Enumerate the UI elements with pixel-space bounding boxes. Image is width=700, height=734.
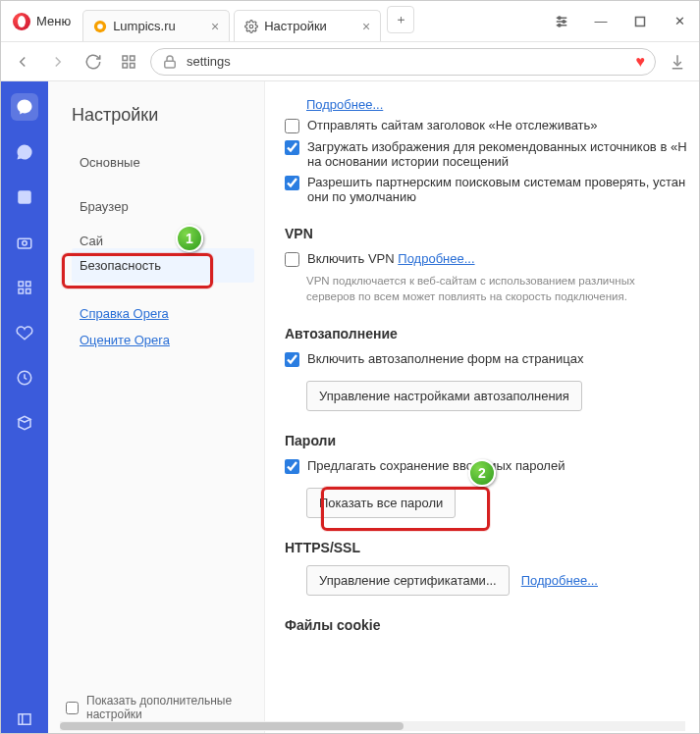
nav-forward-button[interactable] — [44, 48, 72, 76]
svg-rect-24 — [19, 714, 30, 725]
recommended-images-label: Загружать изображения для рекомендованны… — [307, 139, 695, 169]
window-controls: — ✕ — [542, 1, 699, 41]
address-bar[interactable]: ♥ — [150, 48, 656, 76]
easy-setup-icon[interactable] — [542, 1, 581, 42]
sidebar-link-rate[interactable]: Оцените Opera — [72, 327, 254, 353]
autofill-enable-checkbox[interactable] — [285, 352, 299, 367]
heart-icon[interactable]: ♥ — [636, 53, 646, 71]
svg-rect-21 — [19, 289, 24, 294]
vpn-more-link[interactable]: Подробнее... — [398, 251, 474, 266]
svg-point-1 — [97, 24, 103, 29]
tab-title: Lumpics.ru — [113, 19, 176, 33]
svg-rect-11 — [131, 56, 135, 61]
favicon-settings-icon — [244, 20, 258, 33]
cookies-heading: Файлы cookie — [285, 617, 695, 633]
autofill-manage-button[interactable]: Управление настройками автозаполнения — [306, 381, 582, 411]
manage-certs-button[interactable]: Управление сертификатами... — [306, 565, 510, 596]
privacy-more-link[interactable]: Подробнее... — [306, 97, 383, 112]
vpn-note: VPN подключается к веб-сайтам с использо… — [306, 273, 673, 304]
rail-snapshot-icon[interactable] — [11, 229, 38, 256]
autofill-heading: Автозаполнение — [285, 326, 695, 341]
advanced-settings-label: Показать дополнительные настройки — [86, 694, 254, 721]
rail-extensions-icon[interactable] — [11, 409, 38, 437]
recommended-images-checkbox[interactable] — [285, 140, 299, 155]
rail-collapse-icon[interactable] — [11, 706, 38, 733]
window-minimize-icon[interactable]: — — [581, 1, 620, 42]
svg-rect-9 — [636, 17, 645, 26]
svg-rect-14 — [165, 61, 176, 68]
show-all-passwords-button[interactable]: Показать все пароли — [306, 488, 456, 518]
advanced-settings-toggle[interactable]: Показать дополнительные настройки — [66, 694, 254, 721]
page-title: Настройки — [72, 105, 254, 126]
sidebar-rail — [1, 81, 48, 733]
rail-speeddial-icon[interactable] — [11, 274, 38, 301]
do-not-track-label: Отправлять сайтам заголовок «Не отслежив… — [307, 118, 598, 132]
svg-rect-19 — [19, 282, 24, 287]
svg-point-6 — [559, 17, 561, 19]
sidebar-item-basic[interactable]: Основные — [72, 145, 254, 180]
rail-messenger-icon[interactable] — [11, 93, 38, 121]
svg-rect-13 — [131, 63, 135, 68]
settings-sidebar: Настройки Основные Браузер Сай Безопасно… — [48, 81, 264, 733]
sidebar-link-help[interactable]: Справка Opera — [72, 300, 254, 327]
vpn-enable-label: Включить VPN — [307, 251, 395, 266]
svg-rect-10 — [123, 56, 128, 61]
tab-close-icon[interactable]: × — [362, 20, 370, 33]
svg-point-8 — [559, 24, 561, 26]
vpn-enable-checkbox[interactable] — [285, 252, 299, 267]
menu-label: Меню — [36, 14, 71, 28]
favicon-lumpics-icon — [93, 20, 107, 33]
tab-title: Настройки — [264, 19, 327, 33]
tab-strip: Lumpics.ru × Настройки × ＋ — [82, 1, 542, 41]
svg-point-7 — [563, 20, 565, 22]
svg-rect-12 — [123, 63, 128, 68]
tab-close-icon[interactable]: × — [211, 20, 219, 33]
window-close-icon[interactable]: ✕ — [660, 1, 699, 42]
svg-rect-17 — [18, 238, 31, 248]
horizontal-scrollbar[interactable] — [60, 721, 685, 731]
partner-search-checkbox[interactable] — [285, 176, 299, 190]
tab-lumpics[interactable]: Lumpics.ru × — [82, 10, 230, 41]
rail-whatsapp-icon[interactable] — [11, 138, 38, 166]
autofill-enable-label: Включить автозаполнение форм на страница… — [307, 351, 583, 366]
opera-logo-icon — [13, 13, 30, 30]
https-heading: HTTPS/SSL — [285, 540, 695, 555]
nav-reload-button[interactable] — [80, 48, 107, 76]
lock-icon — [161, 53, 179, 71]
menu-button[interactable]: Меню — [1, 1, 82, 41]
tab-settings[interactable]: Настройки × — [234, 10, 381, 41]
rail-vk-icon[interactable] — [11, 184, 38, 211]
passwords-heading: Пароли — [285, 433, 695, 448]
window-maximize-icon[interactable] — [620, 1, 660, 42]
address-input[interactable] — [187, 54, 628, 69]
rail-history-icon[interactable] — [11, 364, 38, 392]
svg-point-2 — [249, 25, 253, 28]
nav-back-button[interactable] — [9, 48, 36, 76]
rail-bookmarks-icon[interactable] — [11, 319, 38, 346]
partner-search-label: Разрешить партнерским поисковым системам… — [307, 175, 695, 204]
settings-pane: Настройки Основные Браузер Сай Безопасно… — [48, 81, 699, 733]
titlebar: Меню Lumpics.ru × Настройки × ＋ — ✕ — [1, 1, 699, 42]
svg-rect-20 — [27, 282, 31, 287]
vpn-heading: VPN — [285, 226, 695, 241]
passwords-offer-checkbox[interactable] — [285, 459, 299, 474]
svg-rect-16 — [18, 190, 31, 204]
downloads-button[interactable] — [664, 48, 691, 76]
speed-dial-button[interactable] — [115, 48, 142, 76]
do-not-track-checkbox[interactable] — [285, 119, 299, 133]
settings-content: Подробнее... Отправлять сайтам заголовок… — [264, 81, 699, 733]
svg-point-18 — [23, 241, 27, 246]
sidebar-item-sites[interactable]: Сай — [72, 224, 254, 248]
https-more-link[interactable]: Подробнее... — [521, 573, 598, 588]
sidebar-item-browser[interactable]: Браузер — [72, 189, 254, 224]
passwords-offer-label: Предлагать сохранение вводимых паролей — [307, 458, 565, 473]
toolbar: ♥ — [1, 42, 699, 81]
advanced-settings-checkbox[interactable] — [66, 702, 79, 714]
svg-rect-22 — [27, 289, 31, 294]
new-tab-button[interactable]: ＋ — [387, 6, 414, 33]
sidebar-item-security[interactable]: Безопасность — [72, 248, 254, 283]
